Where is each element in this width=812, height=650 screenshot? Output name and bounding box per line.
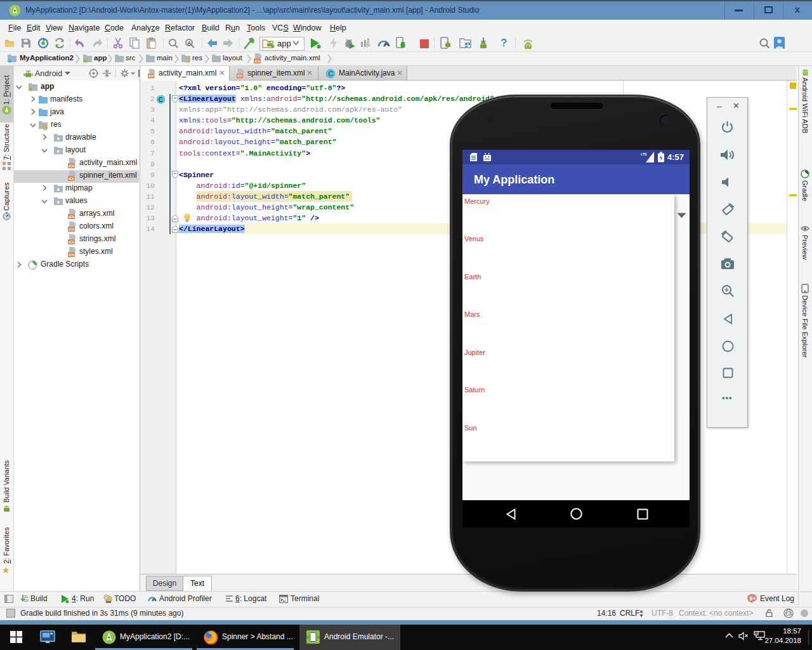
svg-text:<>: <> [237, 74, 242, 78]
svg-text:<>: <> [148, 74, 154, 78]
svg-text:<>: <> [69, 176, 74, 182]
svg-text:9+: 9+ [749, 595, 756, 602]
svg-text:<>: <> [69, 214, 74, 220]
svg-text:<>: <> [69, 163, 74, 169]
svg-text:LTE: LTE [641, 152, 647, 156]
svg-text:<>: <> [69, 239, 74, 245]
svg-text:C: C [328, 70, 333, 77]
svg-text:A: A [187, 40, 192, 46]
svg-text:10: 10 [24, 599, 29, 602]
svg-text:C: C [159, 96, 163, 103]
svg-text:<>: <> [69, 252, 74, 258]
svg-text:<>: <> [69, 227, 74, 232]
svg-text:<>: <> [254, 58, 260, 64]
